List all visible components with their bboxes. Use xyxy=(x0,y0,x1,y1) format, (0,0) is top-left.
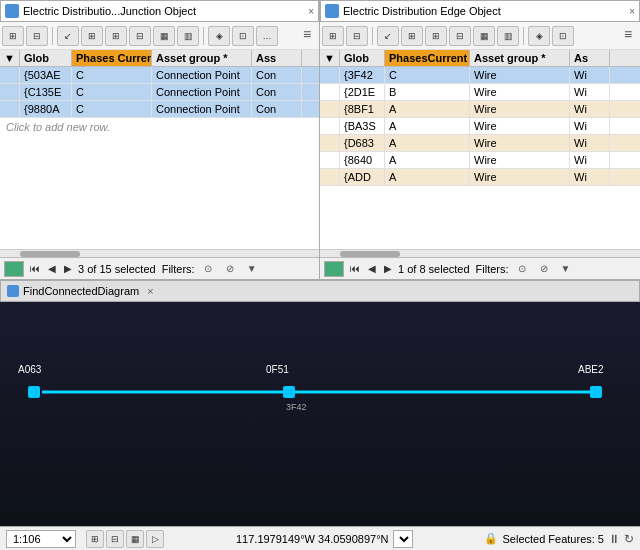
diagram-canvas-inner: A063 0F51 3F42 ABE2 xyxy=(0,302,640,526)
tb-sep-1 xyxy=(52,27,53,45)
node-0f51-label: 0F51 xyxy=(266,364,289,375)
right-tb-btn-7[interactable]: ▦ xyxy=(473,26,495,46)
left-toolbar: ⊞ ⊟ ↙ ⊞ ⊞ ⊟ ▦ ▥ ◈ ⊡ … ≡ xyxy=(0,22,319,50)
map-tools: ⊞ ⊟ ▦ ▷ xyxy=(86,530,164,548)
left-status-grid-icon[interactable] xyxy=(4,261,24,277)
right-panel-title-text: Electric Distribution Edge Object xyxy=(325,4,501,18)
right-row-5[interactable]: {D683 A Wire Wi xyxy=(320,135,640,152)
tb-btn-1[interactable]: ⊞ xyxy=(2,26,24,46)
left-scroll-thumb[interactable] xyxy=(20,251,80,257)
node-a063[interactable]: A063 xyxy=(18,362,41,375)
right-filters-label: Filters: xyxy=(476,263,509,275)
left-add-row[interactable]: Click to add new row. xyxy=(0,118,319,136)
right-tb-btn-3[interactable]: ↙ xyxy=(377,26,399,46)
left-panel-close[interactable]: × xyxy=(308,6,314,17)
right-scroll-thumb[interactable] xyxy=(340,251,400,257)
tb-btn-11[interactable]: … xyxy=(256,26,278,46)
left-col-phases[interactable]: Phases Current xyxy=(72,50,152,66)
right-col-ass[interactable]: As xyxy=(570,50,610,66)
right-nav-first[interactable]: ⏮ xyxy=(348,263,362,274)
right-tb-btn-5[interactable]: ⊞ xyxy=(425,26,447,46)
right-row-1-phase: C xyxy=(385,67,470,83)
left-nav-next[interactable]: ▶ xyxy=(62,263,74,274)
right-row-1-ass: Wi xyxy=(570,67,610,83)
right-panel-close[interactable]: × xyxy=(629,6,635,17)
scale-select[interactable]: 1:106 xyxy=(6,530,76,548)
coord-dropdown[interactable] xyxy=(393,530,413,548)
right-toolbar-menu[interactable]: ≡ xyxy=(624,26,638,46)
right-col-phases[interactable]: PhasesCurrent xyxy=(385,50,470,66)
right-row-2[interactable]: {2D1E B Wire Wi xyxy=(320,84,640,101)
refresh-button[interactable]: ↻ xyxy=(624,532,634,546)
right-row-7-asset: Wire xyxy=(470,169,570,185)
right-toolbar: ⊞ ⊟ ↙ ⊞ ⊞ ⊟ ▦ ▥ ◈ ⊡ ≡ xyxy=(320,22,640,50)
node-3f42-text: 3F42 xyxy=(286,402,307,412)
right-row-4[interactable]: {BA3S A Wire Wi xyxy=(320,118,640,135)
right-row-7-id: {ADD xyxy=(340,169,385,185)
tb-btn-5[interactable]: ⊞ xyxy=(105,26,127,46)
left-row-2[interactable]: {C135E C Connection Point Con xyxy=(0,84,319,101)
left-row-2-id: {C135E xyxy=(20,84,72,100)
left-scrollbar[interactable] xyxy=(0,249,319,257)
left-nav-first[interactable]: ⏮ xyxy=(28,263,42,274)
coordinate-area: 117.1979149°W 34.0590897°N xyxy=(170,530,478,548)
left-filter-btn-1[interactable]: ⊙ xyxy=(199,261,217,277)
left-filter-btn-3[interactable]: ▼ xyxy=(243,261,261,277)
pause-button[interactable]: ⏸ xyxy=(608,532,620,546)
right-nav-next[interactable]: ▶ xyxy=(382,263,394,274)
map-tool-2[interactable]: ⊟ xyxy=(106,530,124,548)
left-nav-prev[interactable]: ◀ xyxy=(46,263,58,274)
left-row-1[interactable]: {503AE C Connection Point Con xyxy=(0,67,319,84)
left-panel-titlebar: Electric Distributio...Junction Object × xyxy=(0,0,319,22)
right-row-4-check xyxy=(320,118,340,134)
right-row-7[interactable]: {ADD A Wire Wi xyxy=(320,169,640,186)
right-tb-btn-1[interactable]: ⊞ xyxy=(322,26,344,46)
tb-btn-3[interactable]: ↙ xyxy=(57,26,79,46)
left-col-asset[interactable]: Asset group * xyxy=(152,50,252,66)
tb-btn-10[interactable]: ⊡ xyxy=(232,26,254,46)
right-row-2-check xyxy=(320,84,340,100)
right-tb-btn-2[interactable]: ⊟ xyxy=(346,26,368,46)
node-0f51[interactable]: 0F51 xyxy=(266,362,289,375)
diagram-canvas[interactable]: A063 0F51 3F42 ABE2 xyxy=(0,302,640,526)
right-tb-btn-8[interactable]: ▥ xyxy=(497,26,519,46)
left-toolbar-menu[interactable]: ≡ xyxy=(303,26,317,46)
right-col-asset[interactable]: Asset group * xyxy=(470,50,570,66)
left-col-glob[interactable]: Glob xyxy=(20,50,72,66)
right-filter-btn-3[interactable]: ▼ xyxy=(557,261,575,277)
right-tb-btn-4[interactable]: ⊞ xyxy=(401,26,423,46)
right-tb-btn-6[interactable]: ⊟ xyxy=(449,26,471,46)
left-row-3[interactable]: {9880A C Connection Point Con xyxy=(0,101,319,118)
right-grid-container: ▼ Glob PhasesCurrent Asset group * As {3… xyxy=(320,50,640,249)
map-tool-4[interactable]: ▷ xyxy=(146,530,164,548)
left-col-ass[interactable]: Ass xyxy=(252,50,302,66)
left-filter-btn-2[interactable]: ⊘ xyxy=(221,261,239,277)
right-row-1[interactable]: {3F42 C Wire Wi xyxy=(320,67,640,84)
map-tool-1[interactable]: ⊞ xyxy=(86,530,104,548)
tb-btn-9[interactable]: ◈ xyxy=(208,26,230,46)
tb-btn-7[interactable]: ▦ xyxy=(153,26,175,46)
left-row-3-id: {9880A xyxy=(20,101,72,117)
right-row-6-id: {8640 xyxy=(340,152,385,168)
right-tb-btn-10[interactable]: ⊡ xyxy=(552,26,574,46)
tb-btn-2[interactable]: ⊟ xyxy=(26,26,48,46)
right-scrollbar[interactable] xyxy=(320,249,640,257)
right-tb-btn-9[interactable]: ◈ xyxy=(528,26,550,46)
right-status-grid-icon[interactable] xyxy=(324,261,344,277)
left-col-check: ▼ xyxy=(0,50,20,66)
right-nav-prev[interactable]: ◀ xyxy=(366,263,378,274)
right-panel-icon xyxy=(325,4,339,18)
node-abe2[interactable]: ABE2 xyxy=(578,362,604,375)
right-filter-btn-1[interactable]: ⊙ xyxy=(513,261,531,277)
right-status-bar: ⏮ ◀ ▶ 1 of 8 selected Filters: ⊙ ⊘ ▼ xyxy=(320,257,640,279)
right-row-3[interactable]: {8BF1 A Wire Wi xyxy=(320,101,640,118)
diagram-close[interactable]: × xyxy=(147,285,153,297)
map-tool-3[interactable]: ▦ xyxy=(126,530,144,548)
right-row-6[interactable]: {8640 A Wire Wi xyxy=(320,152,640,169)
tb-btn-6[interactable]: ⊟ xyxy=(129,26,151,46)
right-filter-btn-2[interactable]: ⊘ xyxy=(535,261,553,277)
right-row-5-id: {D683 xyxy=(340,135,385,151)
tb-btn-8[interactable]: ▥ xyxy=(177,26,199,46)
right-col-glob[interactable]: Glob xyxy=(340,50,385,66)
tb-btn-4[interactable]: ⊞ xyxy=(81,26,103,46)
